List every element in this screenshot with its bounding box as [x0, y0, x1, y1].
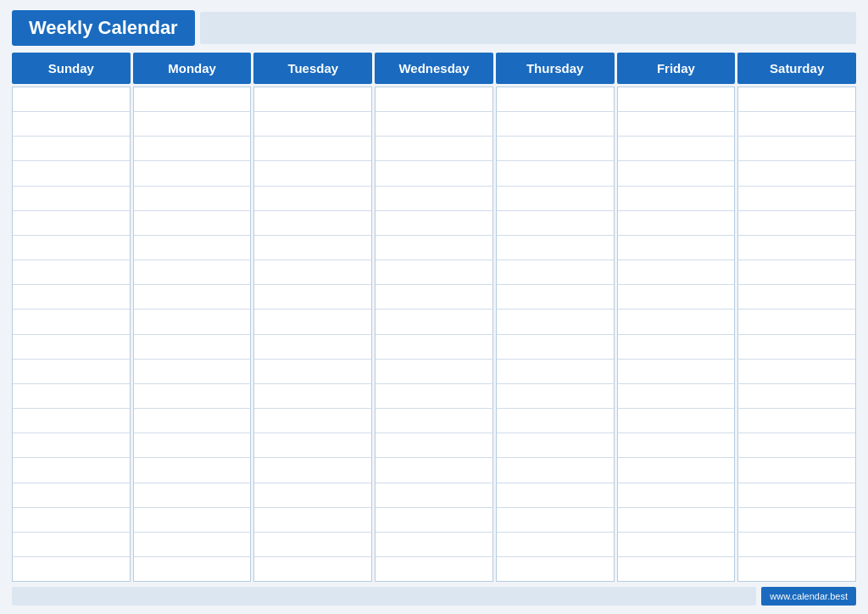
time-row[interactable] [618, 533, 735, 557]
time-row[interactable] [134, 557, 251, 581]
time-row[interactable] [134, 310, 251, 334]
time-row[interactable] [497, 310, 614, 334]
time-row[interactable] [497, 137, 614, 161]
time-row[interactable] [738, 260, 855, 285]
time-row[interactable] [134, 433, 251, 458]
time-row[interactable] [618, 161, 735, 186]
time-row[interactable] [618, 508, 735, 533]
time-row[interactable] [134, 211, 251, 236]
time-row[interactable] [497, 161, 614, 186]
time-row[interactable] [254, 458, 371, 483]
time-row[interactable] [497, 260, 614, 285]
time-row[interactable] [254, 557, 371, 581]
time-row[interactable] [254, 409, 371, 433]
time-row[interactable] [254, 211, 371, 236]
time-row[interactable] [497, 557, 614, 581]
time-row[interactable] [134, 236, 251, 260]
time-row[interactable] [134, 87, 251, 112]
time-row[interactable] [134, 285, 251, 310]
time-row[interactable] [13, 211, 130, 236]
time-row[interactable] [376, 533, 492, 557]
time-row[interactable] [738, 508, 855, 533]
time-row[interactable] [254, 285, 371, 310]
time-row[interactable] [738, 360, 855, 384]
time-row[interactable] [13, 533, 130, 557]
time-row[interactable] [738, 285, 855, 310]
time-row[interactable] [497, 236, 614, 260]
time-row[interactable] [497, 483, 614, 508]
time-row[interactable] [13, 112, 130, 137]
time-row[interactable] [376, 557, 492, 581]
time-row[interactable] [618, 409, 735, 433]
day-column-wednesday[interactable] [375, 87, 493, 582]
time-row[interactable] [738, 137, 855, 161]
time-row[interactable] [254, 112, 371, 137]
time-row[interactable] [254, 360, 371, 384]
time-row[interactable] [376, 137, 492, 161]
time-row[interactable] [13, 161, 130, 186]
time-row[interactable] [134, 112, 251, 137]
time-row[interactable] [376, 187, 492, 211]
time-row[interactable] [134, 384, 251, 409]
time-row[interactable] [376, 360, 492, 384]
time-row[interactable] [134, 360, 251, 384]
time-row[interactable] [13, 87, 130, 112]
time-row[interactable] [376, 211, 492, 236]
time-row[interactable] [376, 409, 492, 433]
time-row[interactable] [618, 112, 735, 137]
time-row[interactable] [134, 508, 251, 533]
time-row[interactable] [134, 335, 251, 360]
time-row[interactable] [497, 458, 614, 483]
time-row[interactable] [738, 112, 855, 137]
time-row[interactable] [738, 335, 855, 360]
day-column-thursday[interactable] [496, 87, 615, 582]
time-row[interactable] [618, 483, 735, 508]
time-row[interactable] [13, 458, 130, 483]
time-row[interactable] [497, 508, 614, 533]
time-row[interactable] [13, 360, 130, 384]
time-row[interactable] [738, 458, 855, 483]
time-row[interactable] [497, 533, 614, 557]
time-row[interactable] [134, 137, 251, 161]
time-row[interactable] [497, 87, 614, 112]
time-row[interactable] [13, 187, 130, 211]
time-row[interactable] [738, 384, 855, 409]
time-row[interactable] [13, 483, 130, 508]
time-row[interactable] [618, 260, 735, 285]
time-row[interactable] [134, 260, 251, 285]
time-row[interactable] [13, 137, 130, 161]
time-row[interactable] [254, 508, 371, 533]
time-row[interactable] [376, 112, 492, 137]
time-row[interactable] [13, 409, 130, 433]
day-column-friday[interactable] [617, 87, 736, 582]
time-row[interactable] [497, 112, 614, 137]
time-row[interactable] [376, 483, 492, 508]
time-row[interactable] [618, 236, 735, 260]
time-row[interactable] [618, 211, 735, 236]
time-row[interactable] [618, 137, 735, 161]
time-row[interactable] [254, 87, 371, 112]
time-row[interactable] [738, 87, 855, 112]
day-column-saturday[interactable] [737, 87, 856, 582]
day-column-sunday[interactable] [12, 87, 131, 582]
time-row[interactable] [497, 433, 614, 458]
time-row[interactable] [134, 187, 251, 211]
time-row[interactable] [376, 161, 492, 186]
time-row[interactable] [254, 433, 371, 458]
time-row[interactable] [738, 187, 855, 211]
time-row[interactable] [376, 87, 492, 112]
time-row[interactable] [254, 384, 371, 409]
time-row[interactable] [376, 335, 492, 360]
time-row[interactable] [134, 161, 251, 186]
time-row[interactable] [254, 236, 371, 260]
time-row[interactable] [618, 335, 735, 360]
time-row[interactable] [497, 211, 614, 236]
time-row[interactable] [254, 187, 371, 211]
time-row[interactable] [134, 458, 251, 483]
time-row[interactable] [618, 557, 735, 581]
time-row[interactable] [254, 310, 371, 334]
time-row[interactable] [13, 260, 130, 285]
time-row[interactable] [254, 335, 371, 360]
time-row[interactable] [738, 483, 855, 508]
time-row[interactable] [738, 557, 855, 581]
